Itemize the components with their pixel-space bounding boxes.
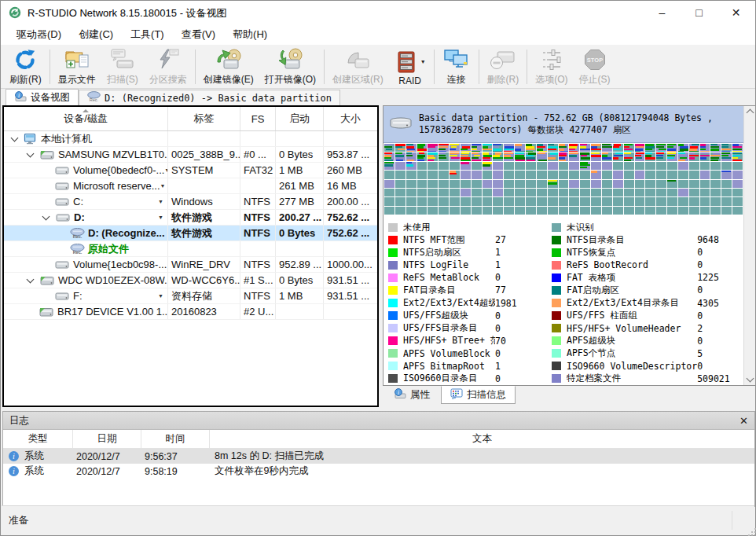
toolbar-button-delete[interactable]: 删除(R) [482, 46, 525, 88]
expander-chevron-icon[interactable] [27, 149, 35, 157]
menu-tools[interactable]: 工具(T) [122, 28, 173, 42]
log-row[interactable]: i系统2020/12/79:56:378m 12s 的 D: 扫描已完成 [3, 449, 754, 464]
expander-chevron-icon[interactable] [42, 212, 50, 220]
device-row[interactable]: D:▼软件游戏NTFS200.27 ...752.62 ... [4, 210, 377, 226]
maximize-button[interactable]: □ [681, 1, 717, 24]
legend-label: NTFS启动扇区 [403, 247, 495, 259]
scan-block-stripe [407, 149, 415, 150]
scan-block-stripe [700, 151, 710, 152]
toolbar-button-connect[interactable]: 连接 [437, 46, 476, 88]
scan-block-stripe [689, 151, 699, 152]
info-icon: i [9, 466, 19, 476]
device-row[interactable]: Microsoft reserve...▼261 MB16 MB [4, 178, 377, 194]
column-header-label[interactable]: 标签 [168, 107, 240, 130]
column-header-fs[interactable]: FS [240, 107, 276, 130]
device-fs-cell: NTFS [240, 210, 276, 225]
log-column-type[interactable]: 类型 [3, 430, 73, 448]
log-column-time[interactable]: 时间 [141, 430, 210, 448]
scan-block-stripe [658, 151, 665, 152]
scan-block [656, 197, 666, 205]
device-name-cell: Rec.D: (Recognize... [4, 226, 168, 240]
device-row[interactable]: F:▼资料存储NTFS1 MB931.51 ... [4, 288, 377, 304]
tab-scan-information[interactable]: 扫描信息 [441, 386, 516, 404]
expander-chevron-icon[interactable] [11, 134, 19, 141]
device-row[interactable]: C:▼WindowsNTFS277 MB200.00 ... [4, 194, 377, 210]
tab-device-view[interactable]: i 设备视图 [6, 89, 79, 105]
device-row[interactable]: 本地计算机 [4, 131, 377, 147]
device-row[interactable]: Rec.原始文件 [4, 241, 377, 257]
scan-block [395, 144, 406, 152]
scan-block-stripe [656, 155, 662, 156]
scroll-down-icon[interactable] [747, 375, 754, 383]
row-dropdown-arrow-icon[interactable]: ▼ [160, 183, 167, 189]
scan-block-stripe [591, 157, 600, 159]
device-row[interactable]: Rec.D: (Recognize...软件游戏NTFS0 Bytes752.6… [4, 226, 377, 241]
scan-scrollbar[interactable] [743, 106, 755, 385]
toolbar-button-create-region[interactable]: 创建区域(R) [327, 46, 389, 88]
log-column-text[interactable]: 文本 [210, 430, 754, 448]
scan-block-stripe [493, 157, 502, 159]
toolbar-button-scan[interactable]: 扫描(S) [101, 46, 144, 88]
column-header-device[interactable]: 设备/磁盘 [4, 107, 168, 130]
device-row[interactable]: Volume{0bedecf0-...▼SYSTEMFAT321 MB260 M… [4, 163, 377, 178]
row-dropdown-arrow-icon[interactable]: ▼ [158, 199, 164, 204]
scan-block-stripe [689, 157, 695, 160]
scan-block [504, 189, 514, 196]
toolbar-button-show-files[interactable]: 显示文件 [53, 46, 101, 88]
legend-count: 1 [495, 361, 552, 372]
toolbar-button-create-image[interactable]: 创建镜像(E) [198, 46, 259, 88]
scan-block [472, 152, 482, 160]
column-header-start[interactable]: 启动 [276, 107, 324, 130]
scan-block [624, 171, 634, 178]
log-column-date[interactable]: 日期 [73, 430, 141, 448]
raid-dropdown-arrow-icon[interactable]: ▼ [420, 59, 426, 64]
menu-view[interactable]: 查看(V) [173, 28, 224, 42]
scan-block-stripe [721, 149, 731, 150]
log-row[interactable]: i系统2020/12/79:58:19文件枚举在9秒内完成 [3, 464, 754, 479]
device-row[interactable]: BR17 DEVICE V1.00 1....20160823#2 U... [4, 304, 377, 320]
toolbar-button-label: 显示文件 [58, 73, 96, 86]
toolbar-button-refresh[interactable]: 刷新(R) [4, 46, 47, 88]
device-size-cell: 16 MB [324, 178, 377, 193]
scan-block-stripe [504, 152, 513, 154]
minimize-button[interactable]: – [644, 1, 681, 24]
row-dropdown-arrow-icon[interactable]: ▼ [158, 293, 164, 299]
row-dropdown-arrow-icon[interactable]: ▼ [158, 215, 164, 220]
legend-swatch [552, 223, 561, 232]
device-name: SAMSUNG MZVLB1T0... [58, 149, 168, 160]
toolbar-button-partition-search[interactable]: 分区搜索 [144, 46, 193, 88]
scan-block [406, 152, 417, 160]
menu-help[interactable]: 帮助(H) [224, 28, 276, 42]
toolbar-button-raid[interactable]: ▼RAID [389, 46, 431, 88]
resize-grip[interactable] [748, 528, 750, 530]
toolbar-button-open-image[interactable]: 打开镜像(O) [259, 46, 321, 88]
scan-block [384, 144, 395, 152]
scan-block-stripe [580, 149, 590, 150]
menu-drive[interactable]: 驱动器(D) [8, 28, 70, 42]
scan-block [721, 171, 732, 178]
window-controls: – □ ✕ [644, 1, 754, 24]
scan-block-map [384, 143, 743, 215]
create-image-icon [215, 47, 243, 72]
device-row[interactable]: SAMSUNG MZVLB1T0...0025_388B_9...#0 ...0… [4, 147, 377, 163]
scan-block-stripe [700, 152, 710, 154]
scan-block [732, 171, 743, 178]
scan-block [483, 162, 493, 170]
expander-chevron-icon[interactable] [27, 275, 35, 283]
device-row[interactable]: WDC WD10EZEX-08W...WD-WCC6Y6...#1 S...0 … [4, 273, 377, 288]
scan-block-stripe [678, 160, 685, 160]
column-header-size[interactable]: 大小 [324, 107, 377, 130]
scan-block-stripe [504, 149, 514, 150]
tab-recognized-partition[interactable]: Rec. D: (Recognized0) -> Basic data part… [79, 90, 340, 105]
menu-create[interactable]: 创建(C) [70, 28, 122, 42]
toolbar-button-options[interactable]: 选项(O) [530, 46, 573, 88]
tab-properties[interactable]: i 属性 [385, 386, 439, 404]
toolbar-button-stop[interactable]: STOP停止(S) [574, 46, 616, 88]
scan-block-stripe [624, 151, 632, 152]
scan-block-stripe [710, 144, 717, 145]
log-close-icon[interactable]: ✕ [739, 416, 748, 426]
close-button[interactable]: ✕ [717, 1, 754, 24]
scroll-up-icon[interactable] [747, 109, 754, 117]
legend-label: Ext2/Ext3/Ext4目录条目 [567, 297, 697, 309]
device-row[interactable]: Volume{1ecb0c98-...▼WinRE_DRVNTFS952.89 … [4, 257, 377, 273]
